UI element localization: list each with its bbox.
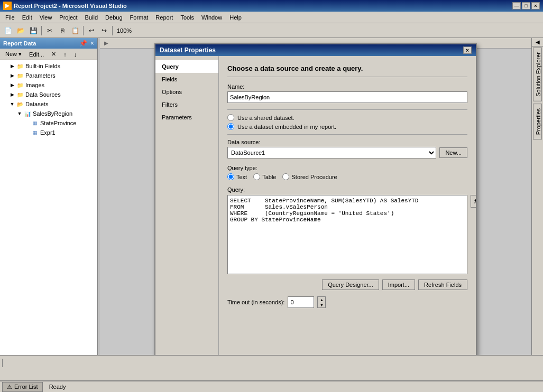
menu-project[interactable]: Project [56,13,80,22]
query-textarea[interactable]: SELECT StateProvinceName, SUM(SalesYTD) … [227,195,467,274]
expand-spacer [24,120,30,126]
toolbar-redo[interactable]: ↪ [98,25,110,36]
window-title: Report Project2 - Microsoft Visual Studi… [14,3,127,9]
new-button[interactable]: New ▾ [2,50,25,59]
panel-title: Report Data [3,40,36,46]
dialog-close-button[interactable]: × [463,46,472,54]
query-designer-button[interactable]: Query Designer... [322,279,379,290]
main-toolbar: 📄 📂 💾 ✂ ⎘ 📋 ↩ ↪ 100% [0,23,543,38]
expand-icon[interactable]: ▶ [10,63,15,69]
tree-label: Datasets [25,101,48,107]
menu-build[interactable]: Build [82,13,101,22]
menu-tools[interactable]: Tools [177,13,197,22]
timeout-section: Time out (in seconds): ▲ ▼ [227,296,467,308]
move-up-button[interactable]: ↑ [60,50,70,59]
import-button[interactable]: Import... [382,279,415,290]
status-text: Ready [49,384,66,390]
dialog-body: Query Fields Options Filters Parameters … [155,56,476,355]
zoom-level: 100% [115,27,134,34]
error-list-label: Error List [14,384,38,390]
datasource-section: Data source: DataSource1 New... [227,139,467,158]
shared-dataset-radio[interactable] [227,114,234,121]
tree-item-expr1[interactable]: ▦ Expr1 [23,128,96,137]
close-button[interactable]: × [531,2,540,10]
tree-item-stateprovince[interactable]: ▦ StateProvince [23,118,96,128]
refresh-fields-button[interactable]: Refresh Fields [418,279,467,290]
tree-item-images[interactable]: ▶ 📁 Images [8,80,96,90]
query-section: Query: SELECT StateProvinceName, SUM(Sal… [227,186,467,290]
expand-icon[interactable]: ▶ [10,92,15,97]
panel-close-button[interactable]: × [90,40,94,47]
expand-icon[interactable]: ▶ [10,82,15,88]
tree-item-datasources[interactable]: ▶ 📁 Data Sources [8,90,96,99]
name-input[interactable] [227,91,467,103]
folder-icon: 📁 [16,62,24,70]
menu-window[interactable]: Window [198,13,225,22]
menu-debug[interactable]: Debug [102,13,125,22]
dialog-titlebar: Dataset Properties × [155,44,476,56]
menu-view[interactable]: View [36,13,56,22]
error-list-tab[interactable]: ⚠ Error List [2,382,43,392]
dialog-sidebar: Query Fields Options Filters Parameters [155,56,219,355]
toolbar-separator-3 [112,26,113,35]
toolbar-open[interactable]: 📂 [15,25,26,36]
sidebar-item-parameters[interactable]: Parameters [155,111,218,124]
edit-button[interactable]: Edit... [26,50,47,59]
delete-button[interactable]: ✕ [48,50,59,59]
expand-icon[interactable]: ▼ [17,111,22,116]
radio-stored[interactable] [282,173,289,180]
field-icon: ▦ [31,128,39,137]
radio-table[interactable] [253,173,260,180]
query-buttons: Query Designer... Import... Refresh Fiel… [227,279,467,290]
tree-item-salesbyregion[interactable]: ▼ 📊 SalesByRegion [16,109,96,118]
menu-edit[interactable]: Edit [19,13,35,22]
expand-icon[interactable]: ▶ [10,73,15,78]
field-icon: ▦ [31,119,39,127]
fx-icon: fx [474,198,476,204]
sidebar-item-options[interactable]: Options [155,86,218,98]
solution-explorer-tab[interactable]: Solution Explorer [533,48,542,101]
panel-header: Report Data 📌 × [0,38,97,49]
panel-pin-button[interactable]: 📌 [79,40,87,47]
timeout-input[interactable] [288,296,314,308]
panel-toolbar: New ▾ Edit... ✕ ↑ ↓ [0,49,97,60]
right-panel-expand[interactable]: ◀ [532,38,543,46]
toolbar-undo[interactable]: ↩ [86,25,97,36]
shared-dataset-row: Use a shared dataset. [227,114,467,121]
fx-button[interactable]: fx [471,195,476,208]
solution-explorer-label: Solution Explorer [535,52,541,97]
dataset-type-group: Use a shared dataset. Use a dataset embe… [227,114,467,130]
querytype-label: Query type: [227,165,467,171]
move-down-button[interactable]: ↓ [71,50,80,59]
embedded-dataset-radio[interactable] [227,123,234,130]
expand-icon[interactable]: ▼ [10,101,15,107]
query-label: Query: [227,186,467,193]
menu-file[interactable]: File [2,13,18,22]
menu-report[interactable]: Report [152,13,176,22]
toolbar-save[interactable]: 💾 [27,25,39,36]
tree-item-builtin[interactable]: ▶ 📁 Built-in Fields [8,61,96,71]
tree-item-datasets[interactable]: ▼ 📂 Datasets [8,99,96,109]
toolbar-copy[interactable]: ⎘ [57,25,68,36]
toolbar-paste[interactable]: 📋 [69,25,81,36]
sidebar-item-filters[interactable]: Filters [155,98,218,111]
query-container: SELECT StateProvinceName, SUM(SalesYTD) … [227,195,467,275]
tree-item-parameters[interactable]: ▶ 📁 Parameters [8,71,96,80]
tree-label: Data Sources [25,91,61,98]
new-datasource-button[interactable]: New... [439,147,467,158]
radio-text[interactable] [227,173,234,180]
bottom-toolbar [0,355,543,370]
toolbar-cut[interactable]: ✂ [44,25,56,36]
menu-format[interactable]: Format [127,13,152,22]
sidebar-item-query[interactable]: Query [155,60,218,73]
query-type-row: Text Table Stored Procedure [227,173,467,180]
properties-tab[interactable]: Properties [533,104,542,139]
minimize-button[interactable]: — [512,2,521,10]
spinner-down[interactable]: ▼ [318,302,325,307]
maximize-button[interactable]: □ [522,2,530,10]
datasource-select[interactable]: DataSource1 [227,147,436,158]
sidebar-item-fields[interactable]: Fields [155,73,218,86]
toolbar-new[interactable]: 📄 [2,25,14,36]
menu-help[interactable]: Help [226,13,245,22]
spinner-up[interactable]: ▲ [318,297,325,302]
